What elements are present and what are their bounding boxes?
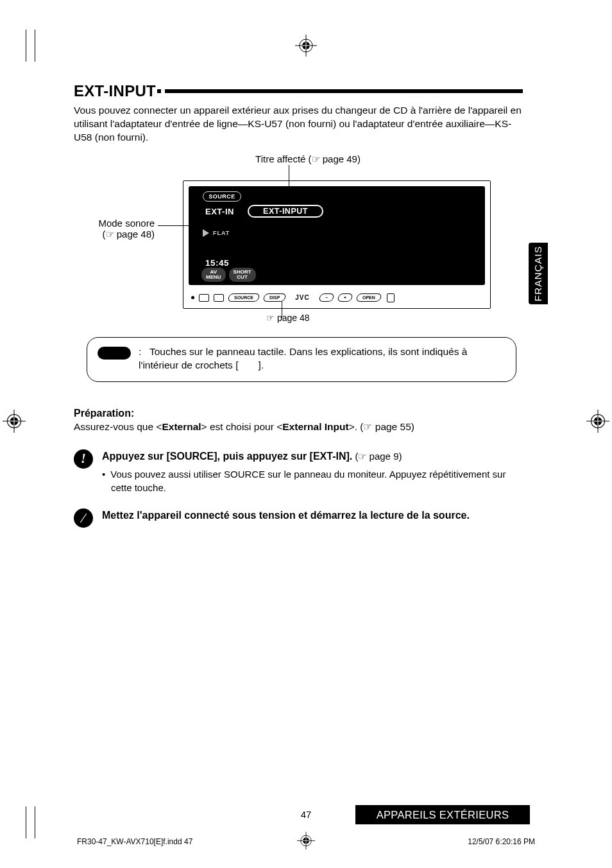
prep-text-bold: External Input: [282, 421, 348, 432]
screen-sound-mode-row: FLAT: [203, 229, 230, 237]
device-illustration: SOURCE EXT-IN EXT-INPUT FLAT 15:45 AV ME…: [183, 180, 491, 309]
step-ref: (☞ page 9): [352, 451, 402, 462]
screen-flat-label: FLAT: [213, 230, 230, 236]
step-1: ! Appuyez sur [SOURCE], puis appuyez sur…: [74, 449, 523, 494]
panel-led-icon: [191, 296, 194, 299]
panel-jvc-logo: JVC: [295, 294, 309, 301]
registration-mark-icon: [3, 410, 26, 433]
sound-mode-label: Mode sonore (☞ page 48): [97, 218, 155, 240]
prep-text-fragment: > est choisi pour <: [201, 421, 283, 432]
preparation-block: Préparation: Assurez-vous que <External>…: [74, 408, 523, 433]
prep-text-fragment: >. (☞ page 55): [349, 421, 414, 432]
section-heading-row: EXT-INPUT: [74, 82, 523, 100]
sound-mode-label-line2: (☞ page 48): [97, 229, 155, 240]
preparation-text: Assurez-vous que <External> est choisi p…: [74, 421, 523, 433]
screen-chip-row: AV MENU SHORT CUT: [201, 268, 256, 282]
step-body: Mettez l'appareil connecté sous tension …: [102, 508, 470, 523]
screen-extin-label: EXT-IN: [205, 207, 234, 216]
panel-icon: [214, 294, 224, 302]
step-main-text: Mettez l'appareil connecté sous tension …: [102, 510, 470, 521]
panel-source-button: SOURCE: [227, 293, 260, 302]
touch-key-blob-icon: [98, 347, 131, 360]
step-2: ⁄ Mettez l'appareil connecté sous tensio…: [74, 508, 523, 528]
screen-extinput-pill: EXT-INPUT: [248, 205, 323, 218]
panel-open-button: OPEN: [355, 293, 382, 302]
preparation-heading: Préparation:: [74, 408, 523, 419]
step-sub-bullet: Vous pouvez aussi utiliser SOURCE sur le…: [102, 467, 523, 494]
screen-chip-avmenu: AV MENU: [201, 268, 226, 282]
triangle-icon: [203, 229, 209, 237]
screen-chip-shortcut: SHORT CUT: [229, 268, 256, 282]
device-hardware-panel: SOURCE DISP JVC − + OPEN: [189, 291, 485, 304]
step-body: Appuyez sur [SOURCE], puis appuyez sur […: [102, 449, 523, 494]
imprint-filename: FR30-47_KW-AVX710[E]f.indd 47: [77, 837, 192, 846]
language-tab: FRANÇAIS: [529, 243, 548, 304]
registration-mark-icon: [586, 410, 609, 433]
sound-mode-label-line1: Mode sonore: [97, 218, 155, 229]
title-divider-tick: [157, 89, 161, 93]
imprint-timestamp: 12/5/07 6:20:16 PM: [468, 837, 535, 846]
panel-disp-button: DISP: [262, 293, 287, 302]
step-number-badge: ⁄: [74, 508, 93, 528]
panel-icon: [199, 294, 209, 302]
note-body: Touches sur le panneau tactile. Dans les…: [139, 346, 467, 370]
steps-list: ! Appuyez sur [SOURCE], puis appuyez sur…: [74, 449, 523, 528]
section-title: EXT-INPUT: [74, 82, 156, 100]
panel-plus-button: +: [337, 293, 353, 302]
device-screen: SOURCE EXT-IN EXT-INPUT FLAT 15:45 AV ME…: [189, 186, 485, 285]
screen-clock: 15:45: [205, 258, 229, 268]
touch-key-note: : Touches sur le panneau tactile. Dans l…: [87, 337, 516, 382]
registration-mark-icon: [297, 832, 315, 852]
panel-minus-button: −: [318, 293, 335, 302]
footer-section-bar: APPAREILS EXTÉRIEURS: [355, 805, 530, 824]
imprint-row: FR30-47_KW-AVX710[E]f.indd 47 12/5/07 6:…: [0, 837, 612, 846]
chip-text: MENU: [206, 275, 221, 280]
language-tab-label: FRANÇAIS: [532, 246, 544, 301]
step-number-badge: !: [74, 449, 93, 469]
note-colon: :: [139, 346, 141, 357]
prep-text-bold: External: [162, 421, 201, 432]
intro-paragraph: Vous pouvez connecter un appareil extéri…: [74, 104, 523, 144]
chip-text: CUT: [234, 275, 251, 280]
note-text: : Touches sur le panneau tactile. Dans l…: [139, 345, 506, 372]
step-main-text: Appuyez sur [SOURCE], puis appuyez sur […: [102, 451, 352, 462]
prep-text-fragment: Assurez-vous que <: [74, 421, 162, 432]
assigned-title-label: Titre affecté (☞ page 49): [241, 153, 375, 165]
registration-mark-icon: [295, 35, 317, 56]
diagram: Titre affecté (☞ page 49) Mode sonore (☞…: [74, 153, 523, 320]
page48-ref: ☞ page 48: [266, 313, 310, 323]
screen-source-button: SOURCE: [203, 191, 241, 202]
panel-slot-icon: [387, 293, 395, 302]
title-divider-bar: [165, 89, 523, 93]
